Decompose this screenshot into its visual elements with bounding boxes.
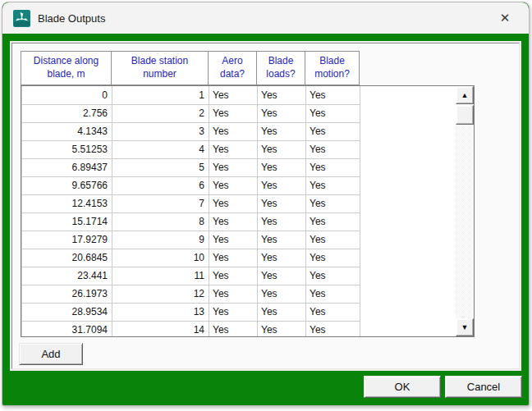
cell-aero[interactable]: Yes xyxy=(209,212,258,231)
bladed-turbine-icon xyxy=(13,10,30,27)
cell-distance[interactable]: 23.441 xyxy=(22,267,112,285)
cell-station[interactable]: 13 xyxy=(112,303,209,321)
cell-aero[interactable]: Yes xyxy=(209,122,258,140)
table-row: 6.89437 5 Yes Yes Yes xyxy=(22,158,360,176)
cell-loads[interactable]: Yes xyxy=(258,140,306,158)
cell-distance[interactable]: 0 xyxy=(22,86,112,104)
cell-loads[interactable]: Yes xyxy=(258,303,306,321)
header-loads: Blade loads? xyxy=(257,52,305,85)
scroll-up-icon: ▲ xyxy=(461,91,469,98)
footer-bar: OK Cancel xyxy=(2,369,529,405)
cell-loads[interactable]: Yes xyxy=(258,122,306,140)
cell-aero[interactable]: Yes xyxy=(209,285,258,303)
vertical-scrollbar[interactable]: ▲ ▼ xyxy=(456,86,474,336)
cell-station[interactable]: 4 xyxy=(112,140,209,158)
cell-loads[interactable]: Yes xyxy=(258,249,306,267)
cell-station[interactable]: 14 xyxy=(112,321,209,337)
cell-motion[interactable]: Yes xyxy=(306,104,360,122)
cell-distance[interactable]: 20.6845 xyxy=(22,249,112,267)
table-row: 20.6845 10 Yes Yes Yes xyxy=(22,249,360,267)
cell-aero[interactable]: Yes xyxy=(209,231,258,249)
cell-aero[interactable]: Yes xyxy=(209,194,258,212)
table-row: 0 1 Yes Yes Yes xyxy=(22,86,360,104)
header-motion: Blade motion? xyxy=(305,52,360,85)
cell-motion[interactable]: Yes xyxy=(306,267,360,285)
cell-motion[interactable]: Yes xyxy=(306,249,360,267)
add-button[interactable]: Add xyxy=(19,343,83,365)
blade-outputs-grid: Distance along blade, m Blade station nu… xyxy=(21,51,475,337)
cell-aero[interactable]: Yes xyxy=(209,303,258,321)
dialog-body: Distance along blade, m Blade station nu… xyxy=(2,34,529,405)
cell-distance[interactable]: 2.756 xyxy=(22,104,112,122)
window-title: Blade Outputs xyxy=(38,12,494,25)
cell-station[interactable]: 10 xyxy=(112,249,209,267)
scroll-down-button[interactable]: ▼ xyxy=(456,318,474,336)
cell-aero[interactable]: Yes xyxy=(209,267,258,285)
cell-aero[interactable]: Yes xyxy=(209,140,258,158)
scroll-up-button[interactable]: ▲ xyxy=(456,86,474,104)
cell-distance[interactable]: 28.9534 xyxy=(22,303,112,321)
table-row: 23.441 11 Yes Yes Yes xyxy=(22,267,360,285)
cell-motion[interactable]: Yes xyxy=(306,176,360,194)
table-row: 17.9279 9 Yes Yes Yes xyxy=(22,231,360,249)
table-row: 15.1714 8 Yes Yes Yes xyxy=(22,212,360,231)
cell-loads[interactable]: Yes xyxy=(258,212,306,231)
cell-station[interactable]: 3 xyxy=(112,122,209,140)
cell-aero[interactable]: Yes xyxy=(209,158,258,176)
cell-motion[interactable]: Yes xyxy=(306,122,360,140)
cell-distance[interactable]: 12.4153 xyxy=(22,194,112,212)
cell-station[interactable]: 5 xyxy=(112,158,209,176)
cell-loads[interactable]: Yes xyxy=(258,176,306,194)
cell-distance[interactable]: 9.65766 xyxy=(22,176,112,194)
cell-distance[interactable]: 5.51253 xyxy=(22,140,112,158)
header-distance: Distance along blade, m xyxy=(21,52,112,85)
close-icon[interactable]: ✕ xyxy=(494,7,516,29)
cell-motion[interactable]: Yes xyxy=(306,212,360,231)
cell-motion[interactable]: Yes xyxy=(306,285,360,303)
content-panel: Distance along blade, m Blade station nu… xyxy=(11,43,520,369)
cell-station[interactable]: 6 xyxy=(112,176,209,194)
table-row: 26.1973 12 Yes Yes Yes xyxy=(22,285,360,303)
cell-station[interactable]: 8 xyxy=(112,212,209,231)
cell-aero[interactable]: Yes xyxy=(209,249,258,267)
cell-distance[interactable]: 6.89437 xyxy=(22,158,112,176)
cell-loads[interactable]: Yes xyxy=(258,194,306,212)
scrollbar-thumb[interactable] xyxy=(456,105,474,125)
cell-station[interactable]: 9 xyxy=(112,231,209,249)
cell-motion[interactable]: Yes xyxy=(306,194,360,212)
table-row: 4.1343 3 Yes Yes Yes xyxy=(22,122,360,140)
cell-loads[interactable]: Yes xyxy=(258,321,306,337)
cell-distance[interactable]: 26.1973 xyxy=(22,285,112,303)
cell-station[interactable]: 12 xyxy=(112,285,209,303)
cell-aero[interactable]: Yes xyxy=(209,176,258,194)
cell-station[interactable]: 7 xyxy=(112,194,209,212)
cell-motion[interactable]: Yes xyxy=(306,303,360,321)
cancel-button[interactable]: Cancel xyxy=(445,376,522,398)
header-aero: Aero data? xyxy=(209,52,257,85)
cell-aero[interactable]: Yes xyxy=(209,321,258,337)
blade-outputs-dialog: Blade Outputs ✕ Distance along blade, m … xyxy=(2,2,530,406)
cell-station[interactable]: 1 xyxy=(112,86,209,104)
cell-loads[interactable]: Yes xyxy=(258,158,306,176)
cell-loads[interactable]: Yes xyxy=(258,267,306,285)
cell-motion[interactable]: Yes xyxy=(306,86,360,104)
cell-motion[interactable]: Yes xyxy=(306,158,360,176)
ok-button[interactable]: OK xyxy=(364,376,441,398)
table-row: 2.756 2 Yes Yes Yes xyxy=(22,104,360,122)
cell-aero[interactable]: Yes xyxy=(209,104,258,122)
cell-loads[interactable]: Yes xyxy=(258,104,306,122)
cell-motion[interactable]: Yes xyxy=(306,140,360,158)
cell-distance[interactable]: 31.7094 xyxy=(22,321,112,337)
cell-distance[interactable]: 4.1343 xyxy=(22,122,112,140)
cell-distance[interactable]: 15.1714 xyxy=(22,212,112,231)
cell-loads[interactable]: Yes xyxy=(258,285,306,303)
cell-loads[interactable]: Yes xyxy=(258,231,306,249)
cell-motion[interactable]: Yes xyxy=(306,231,360,249)
cell-loads[interactable]: Yes xyxy=(258,86,306,104)
cell-distance[interactable]: 17.9279 xyxy=(22,231,112,249)
cell-aero[interactable]: Yes xyxy=(209,86,258,104)
cell-station[interactable]: 2 xyxy=(112,104,209,122)
cell-motion[interactable]: Yes xyxy=(306,321,360,337)
cell-station[interactable]: 11 xyxy=(112,267,209,285)
grid-body: 0 1 Yes Yes Yes 2.756 2 Yes Yes Yes 4.13… xyxy=(21,86,360,337)
